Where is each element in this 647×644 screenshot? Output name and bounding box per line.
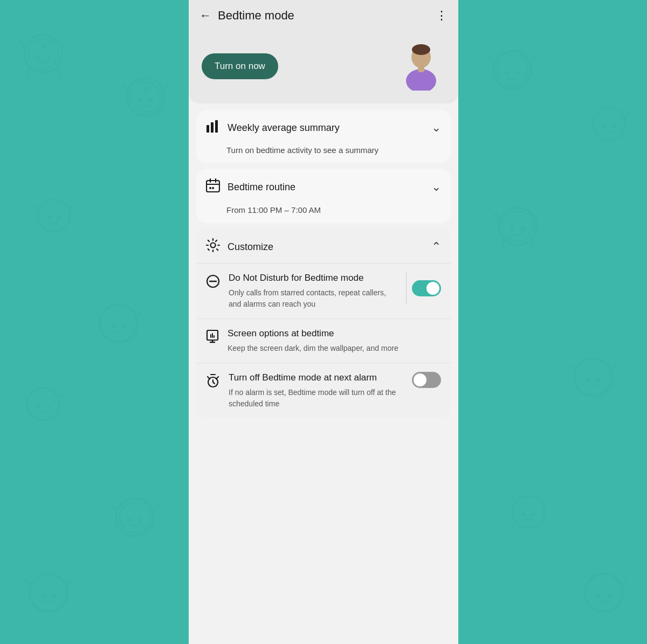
page-title: Bedtime mode bbox=[218, 9, 429, 23]
bedtime-routine-title-wrap: Bedtime routine bbox=[228, 182, 426, 193]
bedtime-routine-subtitle: From 11:00 PM – 7:00 AM bbox=[196, 205, 451, 223]
svg-point-17 bbox=[138, 98, 142, 102]
svg-point-41 bbox=[499, 207, 536, 245]
alarm-content: Turn off Bedtime mode at next alarm If n… bbox=[229, 372, 403, 410]
svg-point-57 bbox=[37, 405, 40, 408]
svg-line-85 bbox=[24, 579, 30, 585]
svg-line-46 bbox=[493, 213, 499, 218]
screen-options-content: Screen options at bedtime Keep the scree… bbox=[228, 328, 441, 354]
customize-title: Customize bbox=[228, 241, 426, 253]
svg-line-60 bbox=[23, 393, 27, 398]
svg-point-83 bbox=[52, 593, 56, 598]
svg-rect-100 bbox=[207, 181, 219, 192]
customize-card: Customize ⌃ Do Not Disturb for Bedtime m… bbox=[196, 228, 451, 418]
svg-point-29 bbox=[593, 108, 625, 140]
svg-line-92 bbox=[623, 579, 628, 585]
svg-line-34 bbox=[625, 113, 630, 117]
svg-line-61 bbox=[59, 393, 64, 398]
svg-line-20 bbox=[121, 84, 127, 89]
svg-rect-96 bbox=[418, 66, 424, 72]
dnd-icon bbox=[206, 274, 220, 292]
avatar bbox=[397, 42, 445, 91]
svg-point-36 bbox=[47, 216, 51, 220]
svg-point-106 bbox=[211, 243, 216, 248]
hero-section: Turn on now bbox=[189, 31, 458, 103]
svg-line-28 bbox=[531, 57, 536, 62]
svg-point-50 bbox=[100, 304, 137, 342]
dnd-title: Do Not Disturb for Bedtime mode bbox=[229, 272, 397, 284]
svg-line-7 bbox=[19, 40, 24, 46]
back-button[interactable]: ← bbox=[199, 9, 211, 23]
svg-point-43 bbox=[510, 227, 514, 231]
svg-line-73 bbox=[111, 504, 116, 509]
svg-point-64 bbox=[596, 378, 601, 382]
weekly-summary-title: Weekly average summary bbox=[228, 122, 426, 134]
svg-point-69 bbox=[120, 502, 150, 532]
screen-options-desc: Keep the screen dark, dim the wallpaper,… bbox=[228, 343, 441, 354]
svg-point-94 bbox=[412, 44, 430, 55]
svg-line-49 bbox=[532, 240, 533, 248]
svg-point-37 bbox=[57, 216, 61, 220]
svg-line-39 bbox=[33, 205, 38, 209]
svg-line-54 bbox=[94, 310, 100, 315]
svg-line-33 bbox=[589, 113, 593, 117]
svg-point-24 bbox=[505, 71, 509, 75]
weekly-summary-chevron[interactable]: ⌄ bbox=[431, 121, 441, 135]
customize-chevron[interactable]: ⌃ bbox=[431, 240, 441, 254]
svg-point-87 bbox=[585, 574, 623, 612]
svg-point-23 bbox=[497, 55, 527, 85]
svg-point-14 bbox=[130, 82, 161, 112]
bedtime-routine-chevron[interactable]: ⌄ bbox=[431, 180, 441, 194]
svg-line-8 bbox=[62, 40, 67, 46]
svg-point-42 bbox=[503, 211, 533, 241]
alarm-toggle[interactable] bbox=[412, 372, 441, 388]
customize-header[interactable]: Customize ⌃ bbox=[196, 228, 451, 263]
top-bar: ← Bedtime mode ⋮ bbox=[189, 0, 458, 31]
screen-options-setting-item[interactable]: Screen options at bedtime Keep the scree… bbox=[196, 318, 451, 363]
svg-point-35 bbox=[38, 199, 70, 232]
svg-point-71 bbox=[138, 518, 142, 522]
svg-line-40 bbox=[70, 205, 74, 209]
bedtime-routine-header[interactable]: Bedtime routine ⌄ bbox=[196, 169, 451, 203]
svg-line-9 bbox=[27, 69, 28, 77]
alarm-right bbox=[412, 372, 441, 388]
svg-line-11 bbox=[58, 69, 59, 77]
svg-line-79 bbox=[508, 501, 512, 505]
svg-line-47 bbox=[536, 213, 542, 218]
weekly-summary-header[interactable]: Weekly average summary ⌄ bbox=[196, 110, 451, 143]
svg-point-104 bbox=[209, 187, 211, 189]
svg-point-0 bbox=[24, 35, 62, 73]
svg-point-76 bbox=[522, 513, 526, 516]
svg-point-70 bbox=[127, 518, 132, 522]
svg-point-62 bbox=[574, 358, 612, 396]
svg-point-1 bbox=[28, 39, 58, 69]
svg-line-86 bbox=[67, 579, 73, 585]
svg-line-118 bbox=[208, 377, 210, 379]
gear-icon bbox=[206, 238, 220, 255]
overflow-menu-button[interactable]: ⋮ bbox=[436, 9, 448, 23]
svg-point-5 bbox=[46, 54, 51, 59]
turn-on-now-button[interactable]: Turn on now bbox=[202, 53, 278, 79]
svg-line-3 bbox=[43, 44, 46, 47]
svg-point-30 bbox=[603, 124, 607, 128]
alarm-icon bbox=[206, 374, 220, 391]
svg-line-80 bbox=[545, 501, 549, 505]
svg-rect-97 bbox=[207, 125, 209, 133]
screen-options-title: Screen options at bedtime bbox=[228, 328, 441, 340]
alarm-toggle-knob bbox=[414, 373, 426, 386]
dnd-toggle-knob bbox=[426, 282, 439, 295]
svg-point-68 bbox=[116, 498, 154, 536]
svg-point-25 bbox=[515, 71, 520, 75]
svg-point-22 bbox=[493, 51, 531, 89]
alarm-title: Turn off Bedtime mode at next alarm bbox=[229, 372, 403, 384]
svg-point-4 bbox=[36, 54, 40, 59]
svg-line-12 bbox=[58, 77, 62, 80]
alarm-setting-item: Turn off Bedtime mode at next alarm If n… bbox=[196, 363, 451, 418]
svg-point-52 bbox=[122, 324, 126, 328]
dnd-toggle[interactable] bbox=[412, 280, 441, 296]
weekly-summary-subtitle: Turn on bedtime activity to see a summar… bbox=[196, 146, 451, 163]
svg-line-119 bbox=[216, 377, 218, 379]
svg-point-82 bbox=[41, 593, 45, 598]
phone-screen: ← Bedtime mode ⋮ Turn on now bbox=[189, 0, 458, 644]
weekly-summary-title-wrap: Weekly average summary bbox=[228, 122, 426, 134]
